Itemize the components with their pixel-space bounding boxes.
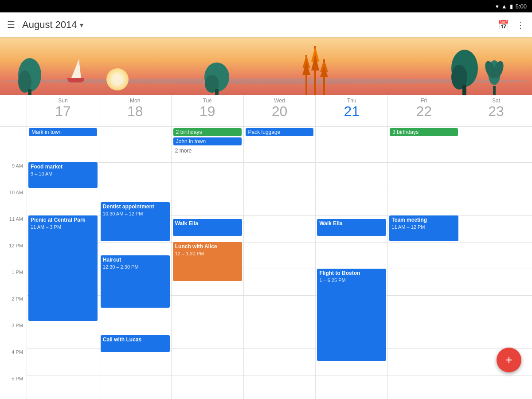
wifi-icon: ▾	[496, 3, 499, 10]
time-labels-column: 9 AM 10 AM 11 AM 12 PM 1 PM 2 PM 3 PM 4 …	[0, 162, 27, 399]
day-col-wed	[243, 162, 316, 399]
days-grid: Food market 9 – 10 AM Picnic at Central …	[27, 162, 532, 399]
status-bar: ▾ ▲ ▮ 5:00	[0, 0, 532, 12]
day-col-thu: Walk Ella Flight to Boston 1 – 6:25 PM	[315, 162, 387, 399]
day-header-tue: Tue 19	[171, 95, 243, 126]
event-mark-in-town[interactable]: Mark in town	[29, 128, 97, 136]
event-3-birthdays[interactable]: 3 birthdays	[390, 128, 458, 136]
day-headers-row: Sun 17 Mon 18 Tue 19 Wed 20 Thu 21 Fri 2…	[0, 95, 532, 127]
dropdown-arrow-icon: ▾	[80, 21, 83, 29]
day-header-fri: Fri 22	[387, 95, 460, 126]
event-lunch-alice[interactable]: Lunch with Alice 12 – 1:30 PM	[173, 242, 242, 281]
signal-icon: ▲	[501, 3, 507, 10]
battery-icon: ▮	[510, 3, 513, 10]
event-dentist[interactable]: Dentist appointment 10:30 AM – 12 PM	[101, 202, 170, 241]
add-event-fab[interactable]: +	[497, 348, 521, 372]
svg-rect-17	[462, 85, 466, 95]
svg-rect-5	[215, 89, 219, 95]
event-food-market[interactable]: Food market 9 – 10 AM	[28, 162, 98, 188]
tree-orange2-icon	[311, 46, 319, 95]
top-bar: ☰ August 2014 ▾ 📅 ⋮	[0, 12, 532, 37]
month-title[interactable]: August 2014 ▾	[22, 19, 83, 31]
allday-cell-sat	[460, 127, 532, 162]
event-picnic[interactable]: Picnic at Central Park 11 AM – 3 PM	[28, 215, 98, 321]
day-col-tue: Walk Ella Lunch with Alice 12 – 1:30 PM	[171, 162, 243, 399]
day-col-mon: Dentist appointment 10:30 AM – 12 PM Hai…	[99, 162, 171, 399]
allday-cell-thu	[315, 127, 387, 162]
event-john-in-town[interactable]: John in town	[173, 137, 242, 145]
allday-cell-mon	[99, 127, 171, 162]
tree-right2-icon	[483, 57, 505, 95]
allday-events-row: Mark in town 2 birthdays John in town 2 …	[0, 127, 532, 162]
day-header-sat: Sat 23	[460, 95, 532, 126]
event-haircut[interactable]: Haircut 12:30 – 2:30 PM	[101, 255, 170, 308]
tree-left-icon	[17, 57, 43, 95]
event-walk-ella-thu[interactable]: Walk Ella	[317, 219, 386, 236]
event-2-birthdays[interactable]: 2 birthdays	[173, 128, 242, 136]
menu-icon[interactable]: ☰	[7, 20, 15, 30]
day-header-mon: Mon 18	[99, 95, 171, 126]
svg-rect-2	[28, 89, 31, 95]
day-header-wed: Wed 20	[243, 95, 316, 126]
event-pack-luggage[interactable]: Pack luggage	[246, 128, 314, 136]
day-header-sun: Sun 17	[27, 95, 99, 126]
svg-marker-11	[311, 54, 319, 70]
more-options-icon[interactable]: ⋮	[516, 20, 525, 30]
banner-illustration	[0, 37, 532, 95]
event-team-meeting[interactable]: Team meeting 11 AM – 12 PM	[389, 215, 458, 241]
event-walk-ella-tue[interactable]: Walk Ella	[173, 219, 242, 236]
time-grid: 9 AM 10 AM 11 AM 12 PM 1 PM 2 PM 3 PM 4 …	[0, 162, 532, 399]
calendar-grid: Sun 17 Mon 18 Tue 19 Wed 20 Thu 21 Fri 2…	[0, 95, 532, 399]
more-events-link-tue[interactable]: 2 more	[173, 148, 242, 154]
boat-illustration	[71, 59, 84, 82]
day-header-thu: Thu 21	[315, 95, 387, 126]
clock: 5:00	[516, 3, 527, 10]
time-grid-wrapper[interactable]: 9 AM 10 AM 11 AM 12 PM 1 PM 2 PM 3 PM 4 …	[0, 162, 532, 399]
day-col-fri: Team meeting 11 AM – 12 PM	[387, 162, 460, 399]
svg-rect-21	[493, 86, 496, 95]
allday-cell-wed: Pack luggage	[243, 127, 316, 162]
tree-orange1-icon	[302, 55, 310, 95]
allday-cell-tue: 2 birthdays John in town 2 more	[171, 127, 243, 162]
allday-cell-sun: Mark in town	[27, 127, 99, 162]
event-flight-boston[interactable]: Flight to Boston 1 – 6:25 PM	[317, 269, 386, 361]
day-col-sat	[460, 162, 532, 399]
calendar-icon[interactable]: 📅	[498, 20, 509, 30]
allday-cell-fri: 3 birthdays	[387, 127, 460, 162]
event-call-lucas[interactable]: Call with Lucas	[101, 335, 170, 352]
tree-right1-icon	[450, 48, 480, 95]
tree-orange3-icon	[320, 59, 328, 95]
day-col-sun: Food market 9 – 10 AM Picnic at Central …	[27, 162, 99, 399]
tree-center-icon	[203, 62, 231, 95]
